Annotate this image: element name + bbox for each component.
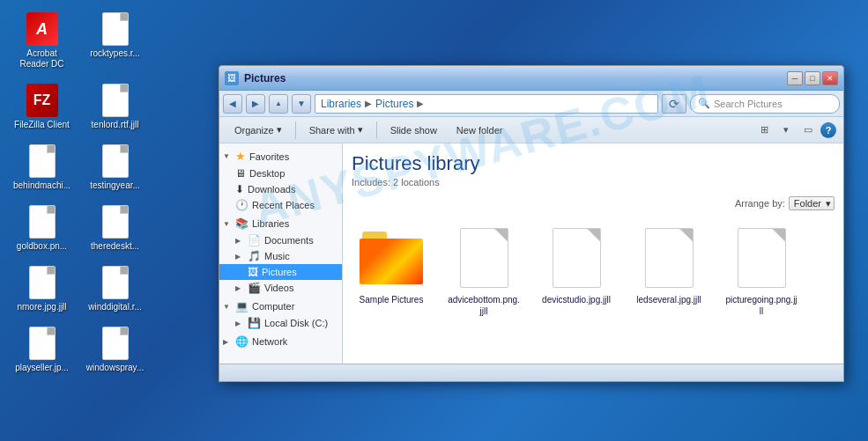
music-nav-icon: 🎵 [248, 250, 261, 262]
doc-icon-behindmachi [29, 144, 56, 178]
nav-header-computer[interactable]: ▼ 💻 Computer [219, 298, 342, 315]
desktop-icon-windowspray[interactable]: windowspray... [82, 323, 148, 377]
file-item-ledseveral[interactable]: ledseveral.jpg.jjll [629, 221, 708, 309]
desktop-icons-area: A Acrobat Reader DC rocktypes.r... FZ Fi… [0, 0, 176, 441]
generic-file-icon-1 [460, 228, 508, 288]
nav-network-label: Network [252, 336, 287, 347]
close-button[interactable]: ✕ [822, 71, 838, 85]
nav-item-documents[interactable]: ▶ 📄 Documents [219, 232, 342, 248]
goldbox-label: goldbox.pn... [17, 241, 67, 252]
nav-item-desktop[interactable]: 🖥 Desktop [219, 165, 342, 181]
desktop-icon-goldbox[interactable]: goldbox.pn... [9, 202, 75, 255]
nav-item-recent-places[interactable]: 🕐 Recent Places [219, 197, 342, 213]
acrobat-icon: A [26, 12, 58, 46]
content-area: ▼ ★ Favorites 🖥 Desktop ⬇ Downloads 🕐 Re… [219, 143, 843, 364]
file-icon-container-2 [544, 224, 610, 290]
organize-label: Organize [234, 125, 274, 136]
file-icon-container-4 [729, 224, 795, 290]
change-view-button[interactable]: ⊞ [754, 121, 774, 140]
nav-music-label: Music [264, 251, 290, 261]
desktop-icon-acrobat[interactable]: A Acrobat Reader DC [9, 9, 75, 73]
doc-icon-tenlord [102, 84, 129, 117]
search-box[interactable]: 🔍 Search Pictures [690, 94, 840, 114]
arrange-by-label: Arrange by: [735, 198, 785, 209]
slide-show-button[interactable]: Slide show [382, 120, 445, 141]
address-bar: ◀ ▶ ▲ ▼ Libraries ▶ Pictures ▶ ⟳ 🔍 Searc… [219, 91, 843, 117]
new-folder-button[interactable]: New folder [449, 120, 511, 141]
arrange-by-dropdown[interactable]: Folder ▾ [789, 196, 835, 210]
nav-item-downloads[interactable]: ⬇ Downloads [219, 181, 342, 197]
nav-item-videos[interactable]: ▶ 🎬 Videos [219, 280, 342, 296]
share-with-arrow: ▾ [358, 124, 363, 136]
computer-expand-icon: ▼ [223, 303, 232, 311]
playseller-label: playseller.jp... [15, 363, 69, 373]
desktop-icon-rocktypes[interactable]: rocktypes.r... [82, 9, 148, 73]
file-item-advicebottom[interactable]: advicebottom.png.jjll [444, 221, 523, 320]
nav-item-music[interactable]: ▶ 🎵 Music [219, 248, 342, 264]
doc-icon-windowspray [102, 327, 129, 360]
videos-expand: ▶ [235, 284, 244, 292]
computer-nav-icon: 💻 [235, 300, 249, 312]
desktop-icon-theredeskt[interactable]: theredeskt... [82, 202, 148, 255]
desktop-icon-winddigital[interactable]: winddigital.r... [82, 262, 148, 316]
recent-button[interactable]: ▼ [292, 94, 311, 114]
file-item-picturegoing[interactable]: picturegoing.png.jjll [722, 221, 801, 320]
slide-show-label: Slide show [390, 125, 437, 136]
desktop-icon-testingyear[interactable]: testingyear... [82, 141, 148, 195]
title-bar: 🖼 Pictures ─ □ ✕ [219, 66, 843, 91]
nav-favorites-label: Favorites [249, 151, 289, 162]
preview-pane-button[interactable]: ▭ [798, 121, 818, 140]
desktop-nav-icon: 🖥 [235, 167, 246, 180]
nav-header-network[interactable]: ▶ 🌐 Network [219, 333, 342, 350]
desktop-icon-behindmachi[interactable]: behindmachi... [9, 141, 75, 195]
minimize-button[interactable]: ─ [787, 71, 803, 85]
nav-libraries-label: Libraries [252, 218, 289, 229]
nav-item-pictures[interactable]: 🖼 Pictures [219, 264, 342, 280]
file-item-sample-pictures[interactable]: Sample Pictures [352, 221, 431, 309]
generic-file-icon-3 [645, 228, 694, 288]
behindmachi-label: behindmachi... [13, 180, 70, 191]
address-path[interactable]: Libraries ▶ Pictures ▶ [315, 94, 658, 114]
organize-button[interactable]: Organize ▾ [226, 120, 290, 141]
disk-expand: ▶ [235, 320, 244, 327]
nav-header-favorites[interactable]: ▼ ★ Favorites [219, 147, 342, 165]
documents-nav-icon: 📄 [248, 234, 261, 246]
explorer-window: 🖼 Pictures ─ □ ✕ ◀ ▶ ▲ ▼ Libraries ▶ Pic… [219, 65, 844, 382]
up-button[interactable]: ▲ [269, 94, 288, 114]
desktop-icon-tenlord[interactable]: tenlord.rtf.jjll [82, 80, 148, 134]
theredeskt-label: theredeskt... [91, 241, 139, 252]
doc-icon-testingyear [102, 144, 129, 178]
docs-expand: ▶ [235, 237, 244, 245]
search-placeholder: Search Pictures [714, 99, 783, 109]
arrange-bar: Arrange by: Folder ▾ [352, 196, 835, 210]
path-sep1: ▶ [365, 99, 372, 108]
go-button[interactable]: ⟳ [662, 94, 686, 114]
library-subtitle: Includes: 2 locations [352, 177, 835, 187]
desktop-icon-filezilla[interactable]: FZ FileZilla Client [9, 80, 75, 134]
library-title: Pictures library [352, 152, 835, 175]
libraries-nav-icon: 📚 [235, 217, 249, 230]
file-icon-container-3 [636, 224, 702, 290]
rocktypes-label: rocktypes.r... [90, 48, 140, 59]
forward-button[interactable]: ▶ [246, 94, 265, 114]
back-button[interactable]: ◀ [223, 94, 242, 114]
videos-nav-icon: 🎬 [248, 282, 261, 294]
desktop-icon-playseller[interactable]: playseller.jp... [9, 323, 75, 377]
view-dropdown-button[interactable]: ▾ [776, 121, 796, 140]
path-libraries: Libraries [321, 98, 361, 110]
file-item-devicstudio[interactable]: devicstudio.jpg.jjll [537, 221, 616, 309]
toolbar: Organize ▾ Share with ▾ Slide show New f… [219, 117, 843, 143]
acrobat-label: Acrobat Reader DC [12, 48, 71, 70]
recent-places-nav-icon: 🕐 [235, 199, 249, 211]
maximize-button[interactable]: □ [805, 71, 820, 85]
file-icon-container-1 [451, 224, 517, 290]
desktop-icon-nmore[interactable]: nmore.jpg.jjll [9, 262, 75, 316]
nav-header-libraries[interactable]: ▼ 📚 Libraries [219, 215, 342, 232]
share-with-button[interactable]: Share with ▾ [301, 120, 371, 141]
filezilla-label: FileZilla Client [14, 120, 70, 130]
folder-body [360, 239, 423, 284]
downloads-nav-icon: ⬇ [235, 183, 244, 195]
nav-item-local-disk[interactable]: ▶ 💾 Local Disk (C:) [219, 315, 342, 331]
help-button[interactable]: ? [820, 122, 836, 138]
arrange-dropdown-arrow: ▾ [826, 198, 831, 209]
